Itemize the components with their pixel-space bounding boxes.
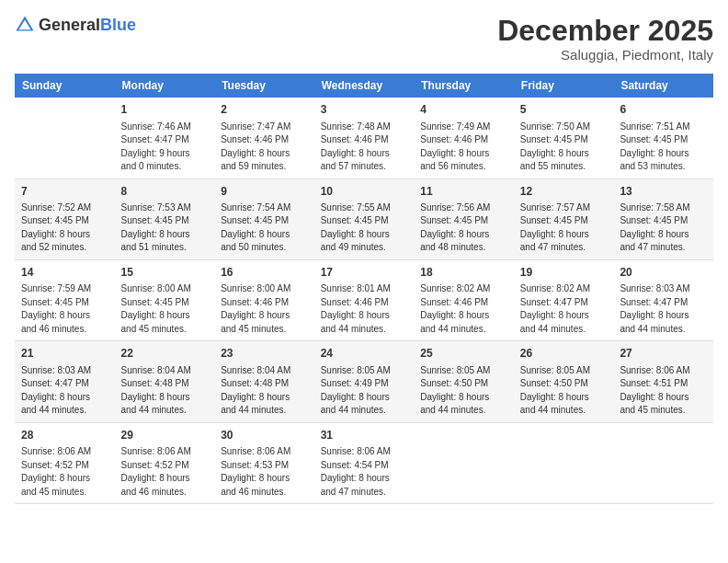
day-info: Sunrise: 8:00 AM Sunset: 4:46 PM Dayligh…	[221, 282, 308, 336]
header-day-sunday: Sunday	[15, 74, 115, 98]
day-number: 19	[520, 265, 608, 281]
day-info: Sunrise: 8:03 AM Sunset: 4:47 PM Dayligh…	[21, 364, 108, 418]
calendar-cell: 15Sunrise: 8:00 AM Sunset: 4:45 PM Dayli…	[115, 259, 215, 340]
day-number: 12	[520, 184, 608, 200]
day-number: 5	[520, 102, 608, 118]
day-info: Sunrise: 8:06 AM Sunset: 4:51 PM Dayligh…	[620, 364, 707, 418]
header-day-monday: Monday	[115, 74, 215, 98]
day-number: 9	[221, 184, 308, 200]
header-day-wednesday: Wednesday	[314, 74, 415, 98]
calendar-cell	[514, 422, 614, 503]
calendar-cell: 16Sunrise: 8:00 AM Sunset: 4:46 PM Dayli…	[214, 259, 314, 340]
calendar-table: SundayMondayTuesdayWednesdayThursdayFrid…	[15, 74, 713, 504]
day-number: 18	[420, 265, 507, 281]
day-info: Sunrise: 7:49 AM Sunset: 4:46 PM Dayligh…	[420, 121, 507, 174]
day-number: 29	[121, 428, 209, 443]
day-info: Sunrise: 8:06 AM Sunset: 4:52 PM Dayligh…	[21, 445, 108, 499]
header-row: SundayMondayTuesdayWednesdayThursdayFrid…	[15, 74, 713, 98]
header-day-thursday: Thursday	[414, 74, 514, 98]
day-number: 21	[21, 346, 108, 362]
day-number: 10	[321, 184, 408, 200]
day-info: Sunrise: 7:50 AM Sunset: 4:45 PM Dayligh…	[520, 121, 608, 174]
calendar-cell: 6Sunrise: 7:51 AM Sunset: 4:45 PM Daylig…	[613, 98, 713, 178]
calendar-cell: 8Sunrise: 7:53 AM Sunset: 4:45 PM Daylig…	[115, 178, 215, 259]
day-info: Sunrise: 7:48 AM Sunset: 4:46 PM Dayligh…	[321, 121, 408, 174]
day-number: 7	[21, 184, 108, 200]
week-row-3: 21Sunrise: 8:03 AM Sunset: 4:47 PM Dayli…	[15, 341, 713, 422]
calendar-cell: 28Sunrise: 8:06 AM Sunset: 4:52 PM Dayli…	[15, 422, 115, 503]
calendar-cell: 1Sunrise: 7:46 AM Sunset: 4:47 PM Daylig…	[115, 98, 215, 178]
calendar-cell	[15, 98, 115, 178]
day-info: Sunrise: 8:05 AM Sunset: 4:49 PM Dayligh…	[321, 364, 408, 418]
day-info: Sunrise: 8:06 AM Sunset: 4:54 PM Dayligh…	[321, 445, 408, 499]
calendar-cell: 7Sunrise: 7:52 AM Sunset: 4:45 PM Daylig…	[15, 178, 115, 259]
day-info: Sunrise: 8:05 AM Sunset: 4:50 PM Dayligh…	[420, 364, 507, 418]
calendar-cell: 26Sunrise: 8:05 AM Sunset: 4:50 PM Dayli…	[514, 341, 614, 422]
header-day-saturday: Saturday	[613, 74, 713, 98]
day-info: Sunrise: 7:57 AM Sunset: 4:45 PM Dayligh…	[520, 201, 608, 255]
logo: General Blue	[15, 15, 136, 35]
day-info: Sunrise: 7:59 AM Sunset: 4:45 PM Dayligh…	[21, 282, 108, 336]
calendar-cell: 21Sunrise: 8:03 AM Sunset: 4:47 PM Dayli…	[15, 341, 115, 422]
calendar-cell	[613, 422, 713, 503]
calendar-cell: 29Sunrise: 8:06 AM Sunset: 4:52 PM Dayli…	[115, 422, 215, 503]
week-row-4: 28Sunrise: 8:06 AM Sunset: 4:52 PM Dayli…	[15, 422, 713, 503]
calendar-cell: 11Sunrise: 7:56 AM Sunset: 4:45 PM Dayli…	[414, 178, 514, 259]
calendar-cell: 10Sunrise: 7:55 AM Sunset: 4:45 PM Dayli…	[314, 178, 415, 259]
day-number: 25	[420, 346, 507, 362]
day-number: 14	[21, 265, 108, 281]
day-info: Sunrise: 8:06 AM Sunset: 4:53 PM Dayligh…	[221, 445, 308, 499]
day-info: Sunrise: 7:56 AM Sunset: 4:45 PM Dayligh…	[420, 201, 507, 255]
day-number: 24	[321, 346, 408, 362]
calendar-cell: 20Sunrise: 8:03 AM Sunset: 4:47 PM Dayli…	[613, 259, 713, 340]
week-row-1: 7Sunrise: 7:52 AM Sunset: 4:45 PM Daylig…	[15, 178, 713, 259]
calendar-cell: 19Sunrise: 8:02 AM Sunset: 4:47 PM Dayli…	[514, 259, 614, 340]
day-number: 6	[620, 102, 707, 118]
day-number: 13	[620, 184, 707, 200]
day-info: Sunrise: 8:06 AM Sunset: 4:52 PM Dayligh…	[121, 445, 209, 499]
day-info: Sunrise: 7:52 AM Sunset: 4:45 PM Dayligh…	[21, 201, 108, 255]
day-number: 20	[620, 265, 707, 281]
day-number: 23	[221, 346, 308, 362]
day-number: 30	[221, 428, 308, 443]
calendar-cell: 17Sunrise: 8:01 AM Sunset: 4:46 PM Dayli…	[314, 259, 415, 340]
calendar-cell: 4Sunrise: 7:49 AM Sunset: 4:46 PM Daylig…	[414, 98, 514, 178]
day-number: 16	[221, 265, 308, 281]
day-info: Sunrise: 7:54 AM Sunset: 4:45 PM Dayligh…	[221, 201, 308, 255]
day-info: Sunrise: 7:58 AM Sunset: 4:45 PM Dayligh…	[620, 201, 707, 255]
calendar-cell: 3Sunrise: 7:48 AM Sunset: 4:46 PM Daylig…	[314, 98, 415, 178]
day-number: 28	[21, 428, 108, 443]
header-day-tuesday: Tuesday	[214, 74, 314, 98]
calendar-cell	[414, 422, 514, 503]
day-info: Sunrise: 8:02 AM Sunset: 4:46 PM Dayligh…	[420, 282, 507, 336]
logo-general-text: General	[39, 17, 100, 33]
calendar-header: SundayMondayTuesdayWednesdayThursdayFrid…	[15, 74, 713, 98]
day-number: 27	[620, 346, 707, 362]
calendar-cell: 30Sunrise: 8:06 AM Sunset: 4:53 PM Dayli…	[214, 422, 314, 503]
calendar-cell: 25Sunrise: 8:05 AM Sunset: 4:50 PM Dayli…	[414, 341, 514, 422]
calendar-body: 1Sunrise: 7:46 AM Sunset: 4:47 PM Daylig…	[15, 98, 713, 503]
calendar-cell: 24Sunrise: 8:05 AM Sunset: 4:49 PM Dayli…	[314, 341, 415, 422]
day-info: Sunrise: 8:04 AM Sunset: 4:48 PM Dayligh…	[221, 364, 308, 418]
calendar-cell: 2Sunrise: 7:47 AM Sunset: 4:46 PM Daylig…	[214, 98, 314, 178]
day-info: Sunrise: 7:51 AM Sunset: 4:45 PM Dayligh…	[620, 121, 707, 174]
calendar-cell: 13Sunrise: 7:58 AM Sunset: 4:45 PM Dayli…	[613, 178, 713, 259]
day-info: Sunrise: 8:01 AM Sunset: 4:46 PM Dayligh…	[321, 282, 408, 336]
title-block: December 2025 Saluggia, Piedmont, Italy	[497, 15, 713, 63]
day-number: 22	[121, 346, 209, 362]
calendar-cell: 12Sunrise: 7:57 AM Sunset: 4:45 PM Dayli…	[514, 178, 614, 259]
calendar-cell: 5Sunrise: 7:50 AM Sunset: 4:45 PM Daylig…	[514, 98, 614, 178]
day-info: Sunrise: 8:04 AM Sunset: 4:48 PM Dayligh…	[121, 364, 209, 418]
calendar-cell: 27Sunrise: 8:06 AM Sunset: 4:51 PM Dayli…	[613, 341, 713, 422]
day-number: 31	[321, 428, 408, 443]
day-number: 3	[321, 102, 408, 118]
day-number: 4	[420, 102, 507, 118]
day-info: Sunrise: 8:03 AM Sunset: 4:47 PM Dayligh…	[620, 282, 707, 336]
location-title: Saluggia, Piedmont, Italy	[497, 47, 713, 63]
calendar-cell: 18Sunrise: 8:02 AM Sunset: 4:46 PM Dayli…	[414, 259, 514, 340]
day-number: 17	[321, 265, 408, 281]
day-info: Sunrise: 7:53 AM Sunset: 4:45 PM Dayligh…	[121, 201, 209, 255]
week-row-2: 14Sunrise: 7:59 AM Sunset: 4:45 PM Dayli…	[15, 259, 713, 340]
day-number: 2	[221, 102, 308, 118]
day-info: Sunrise: 7:46 AM Sunset: 4:47 PM Dayligh…	[121, 121, 209, 174]
